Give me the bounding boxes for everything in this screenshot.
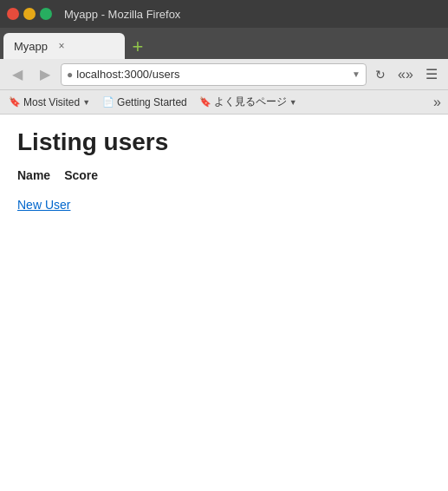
tab-label: Myapp — [14, 40, 48, 53]
bookmark-getting-started[interactable]: 📄 Getting Started — [97, 95, 192, 110]
titlebar: Myapp - Mozilla Firefox — [0, 0, 448, 28]
column-name: Name — [17, 168, 50, 182]
table-header: Name Score — [17, 168, 431, 182]
navbar: ◀ ▶ ● ▼ ↻ «» ☰ — [0, 59, 448, 90]
address-bar-container: ● ▼ — [61, 63, 367, 86]
bookmark-icon-most-visited: 🔖 — [9, 96, 21, 108]
bookmarks-bar: 🔖 Most Visited ▼ 📄 Getting Started 🔖 よく見… — [0, 90, 448, 115]
back-button[interactable]: ◀ — [5, 62, 29, 87]
bookmark-label-most-visited: Most Visited — [23, 96, 80, 108]
bookmark-most-visited[interactable]: 🔖 Most Visited ▼ — [3, 95, 95, 110]
browser-tab[interactable]: Myapp × — [3, 33, 125, 59]
bookmark-icon-getting-started: 📄 — [102, 96, 114, 108]
address-icon: ● — [67, 69, 73, 81]
address-dropdown-icon[interactable]: ▼ — [352, 69, 360, 79]
close-window-button[interactable] — [7, 8, 19, 20]
new-tab-button[interactable]: + — [128, 37, 147, 56]
bookmark-arrow-most-visited: ▼ — [82, 98, 90, 107]
refresh-button[interactable]: ↻ — [370, 64, 391, 85]
tabbar: Myapp × + — [0, 28, 448, 59]
page-title: Listing users — [17, 128, 431, 156]
window-controls — [7, 8, 52, 20]
tab-close-button[interactable]: × — [55, 39, 68, 53]
forward-button[interactable]: ▶ — [33, 62, 57, 87]
bookmark-yoku-miru[interactable]: 🔖 よく見るページ ▼ — [194, 93, 302, 111]
column-score: Score — [64, 168, 98, 182]
maximize-window-button[interactable] — [40, 8, 52, 20]
minimize-window-button[interactable] — [23, 8, 36, 20]
new-user-link[interactable]: New User — [17, 198, 70, 212]
address-input[interactable] — [76, 68, 348, 81]
bookmarks-more-button[interactable]: » — [430, 95, 445, 110]
bookmark-icon-yoku-miru: 🔖 — [199, 96, 211, 108]
titlebar-title: Myapp - Mozilla Firefox — [64, 8, 180, 21]
menu-button[interactable]: ☰ — [420, 63, 443, 86]
bookmark-label-yoku-miru: よく見るページ — [214, 95, 287, 109]
extra-button[interactable]: «» — [394, 63, 417, 86]
bookmark-arrow-yoku-miru: ▼ — [289, 98, 297, 107]
page-content: Listing users Name Score New User — [0, 115, 448, 491]
bookmark-label-getting-started: Getting Started — [117, 96, 187, 108]
